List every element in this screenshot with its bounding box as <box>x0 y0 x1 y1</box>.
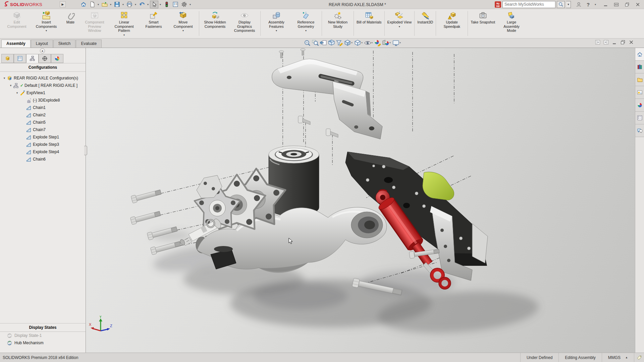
home-button[interactable] <box>79 1 88 8</box>
ribbon-button-show-hidden-components[interactable]: Show Hidden Components <box>200 10 230 37</box>
expander-expanded-icon[interactable]: ▾ <box>2 76 7 80</box>
featuremanager-tab[interactable] <box>1 54 14 63</box>
ribbon-button-smart-fasteners[interactable]: Smart Fasteners <box>139 10 168 37</box>
tags-icon[interactable] <box>634 353 644 362</box>
hide-show-caret[interactable]: ▾ <box>371 41 373 44</box>
help-caret[interactable]: ▾ <box>594 3 597 6</box>
ribbon-button-bill-of-materials[interactable]: Bill of Materials <box>355 10 383 37</box>
filter-annotations-button[interactable] <box>336 39 343 46</box>
tree-item-chain2[interactable]: Chain2 <box>0 111 86 119</box>
menu-expand-arrow[interactable]: ▶ <box>60 1 66 7</box>
new-document-dropdown-caret[interactable]: ▾ <box>97 3 100 6</box>
save-button[interactable] <box>113 1 121 8</box>
ribbon-button-new-motion-study[interactable]: New Motion Study <box>323 10 353 37</box>
print-dropdown-caret[interactable]: ▾ <box>134 3 137 6</box>
ribbon-button-update-speedpak[interactable]: Update Speedpak <box>437 10 467 37</box>
tab-evaluate[interactable]: Evaluate <box>76 40 102 48</box>
ribbon-button-exploded-view[interactable]: Exploded View▾ <box>386 10 414 37</box>
home-tab-tab[interactable] <box>635 48 644 61</box>
ribbon-dropdown-caret[interactable]: ▾ <box>46 29 47 32</box>
ribbon-button-linear-component-pattern[interactable]: Linear Component Pattern▾ <box>109 10 139 37</box>
new-document-button[interactable] <box>88 1 96 8</box>
win-close-icon[interactable] <box>634 1 641 8</box>
document-properties-button[interactable] <box>171 1 179 8</box>
custom-properties-tab[interactable] <box>635 112 644 124</box>
options-gear-dropdown-caret[interactable]: ▾ <box>189 3 192 6</box>
tree-item-explode-step1[interactable]: Explode Step1 <box>0 133 86 141</box>
section-view-button[interactable] <box>328 39 335 46</box>
tree-item-chain7[interactable]: Chain7 <box>0 126 86 133</box>
collapse-right-icon[interactable] <box>603 40 609 45</box>
ribbon-button-insert-components[interactable]: Insert Components▾ <box>32 10 61 37</box>
view-orientation-button[interactable]: ▾ <box>344 39 353 46</box>
collapse-left-icon[interactable] <box>595 40 600 45</box>
search-input[interactable] <box>502 1 555 8</box>
expander-expanded-icon[interactable]: ▾ <box>15 91 19 95</box>
tree-item-rear-rigid-axle-configuration-s-[interactable]: ▾REAR RIGID AXLE Configuration(s) <box>0 74 86 82</box>
ribbon-button-assembly-features[interactable]: Assembly Features▾ <box>262 10 291 37</box>
tree-item-chain5[interactable]: Chain5 <box>0 119 86 126</box>
ribbon-dropdown-caret[interactable]: ▾ <box>123 34 125 37</box>
zoom-area-button[interactable] <box>312 39 319 46</box>
open-button[interactable] <box>100 1 109 8</box>
undo-button[interactable] <box>138 1 146 8</box>
ribbon-dropdown-caret[interactable]: ▾ <box>276 29 277 32</box>
undo-dropdown-caret[interactable]: ▾ <box>146 3 150 6</box>
user-icon[interactable] <box>575 1 582 8</box>
win-restore-icon[interactable] <box>623 1 631 8</box>
file-explorer-tab[interactable] <box>635 73 644 86</box>
display-state-display-state-1[interactable]: Display State-1 <box>0 332 86 339</box>
help-icon[interactable]: ? <box>584 1 592 8</box>
tab-assembly[interactable]: Assembly <box>1 40 31 48</box>
options-gear-button[interactable] <box>180 1 188 8</box>
ribbon-button-reference-geometry[interactable]: Reference Geometry▾ <box>291 10 321 37</box>
ribbon-dropdown-caret[interactable]: ▾ <box>305 29 307 32</box>
ribbon-dropdown-caret[interactable]: ▾ <box>399 25 400 28</box>
forum-tab[interactable] <box>635 124 644 137</box>
doc-restore-icon[interactable] <box>620 40 626 45</box>
win-minimize-icon[interactable] <box>602 1 609 8</box>
propertymanager-tab[interactable] <box>14 54 26 63</box>
tab-sketch[interactable]: Sketch <box>53 40 76 48</box>
view-settings-button[interactable]: ▾ <box>392 39 401 46</box>
win-span-icon[interactable] <box>612 1 620 8</box>
rebuild-button[interactable] <box>162 1 171 8</box>
ribbon-button-display-graphics-components[interactable]: Display Graphics Components <box>230 10 259 37</box>
open-dropdown-caret[interactable]: ▾ <box>109 3 112 6</box>
view-settings-caret[interactable]: ▾ <box>399 41 401 44</box>
edit-appearance-button[interactable] <box>374 39 381 46</box>
ribbon-button-mate[interactable]: Mate <box>61 10 80 37</box>
design-library-tab[interactable] <box>635 61 644 73</box>
graphics-viewport[interactable]: X Y Z <box>86 48 635 353</box>
print-button[interactable] <box>125 1 133 8</box>
tree-item-default-rear-rigid-axle-[interactable]: ▾✓Default [ REAR RIGID AXLE ] <box>0 82 86 89</box>
zoom-fit-button[interactable] <box>304 39 311 46</box>
dimxpert-tab[interactable] <box>39 54 51 63</box>
tree-item-chain1[interactable]: Chain1 <box>0 104 86 111</box>
configurationmanager-tab[interactable] <box>26 54 39 63</box>
view-palette-tab[interactable] <box>635 86 644 99</box>
displaymanager-tab[interactable] <box>51 54 63 63</box>
tree-item-chain6[interactable]: Chain6 <box>0 156 86 163</box>
hide-show-button[interactable]: ▾ <box>364 39 373 46</box>
display-style-button[interactable]: ▾ <box>354 39 363 46</box>
tree-item-explode-step3[interactable]: Explode Step3 <box>0 141 86 148</box>
tab-layout[interactable]: Layout <box>31 40 53 48</box>
ribbon-button-take-snapshot[interactable]: Take Snapshot <box>469 10 497 37</box>
units-selector[interactable]: MMGS▲ <box>602 353 634 362</box>
apply-scene-button[interactable]: ▾ <box>382 39 391 46</box>
panel-splitter-handle[interactable] <box>84 146 87 155</box>
display-state-hub-mechanism[interactable]: Hub Mechanism <box>0 339 86 347</box>
tree-item-explview1[interactable]: ▾ExplView1 <box>0 89 86 97</box>
select-cursor-button[interactable] <box>150 1 158 8</box>
save-dropdown-caret[interactable]: ▾ <box>121 3 125 6</box>
appearances-scenes-tab[interactable] <box>635 99 644 112</box>
tree-item-explode-step4[interactable]: Explode Step4 <box>0 148 86 156</box>
panel-rollup-button[interactable]: ▲ <box>40 48 45 53</box>
tree-item--3dexplode8[interactable]: (-) 3DExplode8 <box>0 97 86 104</box>
ribbon-button-large-assembly-mode[interactable]: Large Assembly Mode <box>497 10 526 37</box>
doc-close-icon[interactable] <box>629 40 634 45</box>
search-magnifier-icon[interactable] <box>557 1 565 8</box>
apply-scene-caret[interactable]: ▾ <box>389 41 391 44</box>
view-orientation-caret[interactable]: ▾ <box>351 41 353 44</box>
